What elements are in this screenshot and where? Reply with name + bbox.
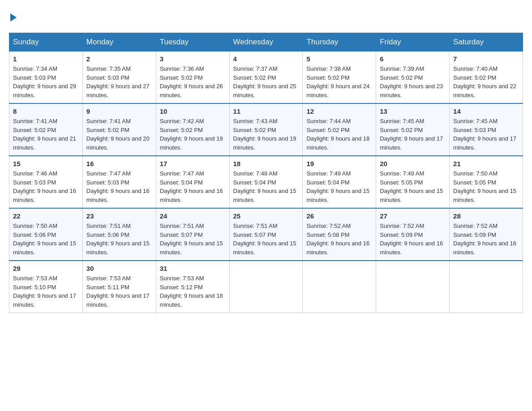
day-number: 14 bbox=[453, 107, 519, 115]
sunset-label: Sunset: 5:04 PM bbox=[306, 179, 349, 186]
calendar-day bbox=[376, 261, 450, 313]
day-info: Sunrise: 7:51 AM Sunset: 5:07 PM Dayligh… bbox=[233, 222, 299, 257]
calendar-week-row: 8 Sunrise: 7:41 AM Sunset: 5:02 PM Dayli… bbox=[9, 103, 523, 156]
day-info: Sunrise: 7:37 AM Sunset: 5:02 PM Dayligh… bbox=[233, 64, 299, 99]
calendar-day: 4 Sunrise: 7:37 AM Sunset: 5:02 PM Dayli… bbox=[229, 51, 303, 104]
sunset-label: Sunset: 5:03 PM bbox=[453, 127, 496, 133]
sunset-label: Sunset: 5:08 PM bbox=[306, 231, 349, 238]
sunset-label: Sunset: 5:11 PM bbox=[86, 284, 129, 291]
calendar-day: 19 Sunrise: 7:49 AM Sunset: 5:04 PM Dayl… bbox=[303, 156, 376, 208]
day-number: 8 bbox=[13, 107, 79, 115]
sunrise-label: Sunrise: 7:42 AM bbox=[160, 118, 204, 124]
logo-general bbox=[9, 9, 17, 24]
calendar-day: 27 Sunrise: 7:52 AM Sunset: 5:09 PM Dayl… bbox=[376, 208, 450, 261]
sunset-label: Sunset: 5:02 PM bbox=[380, 127, 423, 133]
sunset-label: Sunset: 5:02 PM bbox=[160, 74, 203, 81]
day-number: 21 bbox=[453, 160, 519, 167]
day-info: Sunrise: 7:38 AM Sunset: 5:02 PM Dayligh… bbox=[306, 64, 372, 99]
day-number: 1 bbox=[13, 55, 79, 63]
day-info: Sunrise: 7:43 AM Sunset: 5:02 PM Dayligh… bbox=[233, 117, 299, 152]
calendar-day: 12 Sunrise: 7:44 AM Sunset: 5:02 PM Dayl… bbox=[303, 103, 376, 156]
day-info: Sunrise: 7:51 AM Sunset: 5:06 PM Dayligh… bbox=[86, 222, 152, 257]
day-number: 12 bbox=[306, 107, 372, 115]
day-number: 23 bbox=[86, 212, 152, 220]
day-header-tuesday: Tuesday bbox=[156, 33, 229, 51]
day-number: 25 bbox=[233, 212, 299, 220]
daylight-label: Daylight: 9 hours and 15 minutes. bbox=[380, 188, 443, 203]
sunset-label: Sunset: 5:04 PM bbox=[160, 179, 203, 186]
day-number: 6 bbox=[380, 55, 446, 63]
day-number: 5 bbox=[306, 55, 372, 63]
day-info: Sunrise: 7:49 AM Sunset: 5:04 PM Dayligh… bbox=[306, 169, 372, 204]
day-number: 15 bbox=[13, 160, 79, 167]
day-info: Sunrise: 7:35 AM Sunset: 5:03 PM Dayligh… bbox=[86, 64, 152, 99]
sunrise-label: Sunrise: 7:49 AM bbox=[306, 170, 351, 177]
logo-arrow-inline bbox=[10, 13, 17, 21]
sunset-label: Sunset: 5:02 PM bbox=[306, 74, 349, 81]
daylight-label: Daylight: 9 hours and 27 minutes. bbox=[86, 83, 150, 98]
daylight-label: Daylight: 9 hours and 23 minutes. bbox=[380, 83, 443, 98]
day-number: 26 bbox=[306, 212, 372, 220]
sunset-label: Sunset: 5:06 PM bbox=[86, 231, 129, 238]
daylight-label: Daylight: 9 hours and 17 minutes. bbox=[453, 135, 516, 151]
daylight-label: Daylight: 9 hours and 15 minutes. bbox=[453, 188, 516, 203]
day-info: Sunrise: 7:40 AM Sunset: 5:02 PM Dayligh… bbox=[453, 64, 519, 99]
sunrise-label: Sunrise: 7:50 AM bbox=[13, 223, 57, 229]
day-info: Sunrise: 7:48 AM Sunset: 5:04 PM Dayligh… bbox=[233, 169, 299, 204]
day-info: Sunrise: 7:47 AM Sunset: 5:03 PM Dayligh… bbox=[86, 169, 152, 204]
calendar-week-row: 29 Sunrise: 7:53 AM Sunset: 5:10 PM Dayl… bbox=[9, 261, 523, 313]
sunset-label: Sunset: 5:05 PM bbox=[380, 179, 423, 186]
day-info: Sunrise: 7:34 AM Sunset: 5:03 PM Dayligh… bbox=[13, 64, 79, 99]
daylight-label: Daylight: 9 hours and 18 minutes. bbox=[160, 292, 223, 308]
sunrise-label: Sunrise: 7:47 AM bbox=[160, 170, 204, 177]
sunset-label: Sunset: 5:05 PM bbox=[453, 179, 496, 186]
sunrise-label: Sunrise: 7:37 AM bbox=[233, 65, 278, 72]
sunset-label: Sunset: 5:02 PM bbox=[86, 127, 129, 133]
day-number: 29 bbox=[13, 265, 79, 272]
sunset-label: Sunset: 5:02 PM bbox=[160, 127, 203, 133]
sunset-label: Sunset: 5:06 PM bbox=[13, 231, 56, 238]
sunrise-label: Sunrise: 7:40 AM bbox=[453, 65, 498, 72]
day-info: Sunrise: 7:39 AM Sunset: 5:02 PM Dayligh… bbox=[380, 64, 446, 99]
day-number: 30 bbox=[86, 265, 152, 272]
day-info: Sunrise: 7:44 AM Sunset: 5:02 PM Dayligh… bbox=[306, 117, 372, 152]
daylight-label: Daylight: 9 hours and 15 minutes. bbox=[13, 240, 76, 256]
sunset-label: Sunset: 5:02 PM bbox=[13, 127, 56, 133]
calendar-day bbox=[450, 261, 523, 313]
day-header-friday: Friday bbox=[376, 33, 450, 51]
daylight-label: Daylight: 9 hours and 25 minutes. bbox=[233, 83, 296, 98]
day-header-sunday: Sunday bbox=[9, 33, 83, 51]
day-info: Sunrise: 7:52 AM Sunset: 5:09 PM Dayligh… bbox=[453, 222, 519, 257]
sunset-label: Sunset: 5:03 PM bbox=[13, 179, 56, 186]
day-info: Sunrise: 7:53 AM Sunset: 5:12 PM Dayligh… bbox=[160, 274, 226, 309]
day-info: Sunrise: 7:50 AM Sunset: 5:06 PM Dayligh… bbox=[13, 222, 79, 257]
day-info: Sunrise: 7:41 AM Sunset: 5:02 PM Dayligh… bbox=[13, 117, 79, 152]
sunrise-label: Sunrise: 7:52 AM bbox=[453, 223, 498, 229]
sunset-label: Sunset: 5:02 PM bbox=[453, 74, 496, 81]
calendar-week-row: 22 Sunrise: 7:50 AM Sunset: 5:06 PM Dayl… bbox=[9, 208, 523, 261]
calendar-day: 16 Sunrise: 7:47 AM Sunset: 5:03 PM Dayl… bbox=[82, 156, 156, 208]
calendar-day: 29 Sunrise: 7:53 AM Sunset: 5:10 PM Dayl… bbox=[9, 261, 83, 313]
daylight-label: Daylight: 9 hours and 16 minutes. bbox=[380, 240, 443, 256]
daylight-label: Daylight: 9 hours and 15 minutes. bbox=[233, 240, 296, 256]
day-info: Sunrise: 7:45 AM Sunset: 5:02 PM Dayligh… bbox=[380, 117, 446, 152]
day-header-thursday: Thursday bbox=[303, 33, 376, 51]
calendar-day: 3 Sunrise: 7:36 AM Sunset: 5:02 PM Dayli… bbox=[156, 51, 229, 104]
day-number: 9 bbox=[86, 107, 152, 115]
sunrise-label: Sunrise: 7:38 AM bbox=[306, 65, 351, 72]
calendar-day: 21 Sunrise: 7:50 AM Sunset: 5:05 PM Dayl… bbox=[450, 156, 523, 208]
calendar-table: SundayMondayTuesdayWednesdayThursdayFrid… bbox=[9, 33, 523, 313]
day-info: Sunrise: 7:52 AM Sunset: 5:09 PM Dayligh… bbox=[380, 222, 446, 257]
calendar-day: 7 Sunrise: 7:40 AM Sunset: 5:02 PM Dayli… bbox=[450, 51, 523, 104]
daylight-label: Daylight: 9 hours and 18 minutes. bbox=[306, 135, 369, 151]
calendar-day: 24 Sunrise: 7:51 AM Sunset: 5:07 PM Dayl… bbox=[156, 208, 229, 261]
daylight-label: Daylight: 9 hours and 15 minutes. bbox=[86, 240, 150, 256]
day-number: 13 bbox=[380, 107, 446, 115]
calendar-day: 6 Sunrise: 7:39 AM Sunset: 5:02 PM Dayli… bbox=[376, 51, 450, 104]
calendar-day: 18 Sunrise: 7:48 AM Sunset: 5:04 PM Dayl… bbox=[229, 156, 303, 208]
sunset-label: Sunset: 5:12 PM bbox=[160, 284, 203, 291]
day-info: Sunrise: 7:51 AM Sunset: 5:07 PM Dayligh… bbox=[160, 222, 226, 257]
sunset-label: Sunset: 5:04 PM bbox=[233, 179, 276, 186]
day-number: 7 bbox=[453, 55, 519, 63]
day-number: 28 bbox=[453, 212, 519, 220]
